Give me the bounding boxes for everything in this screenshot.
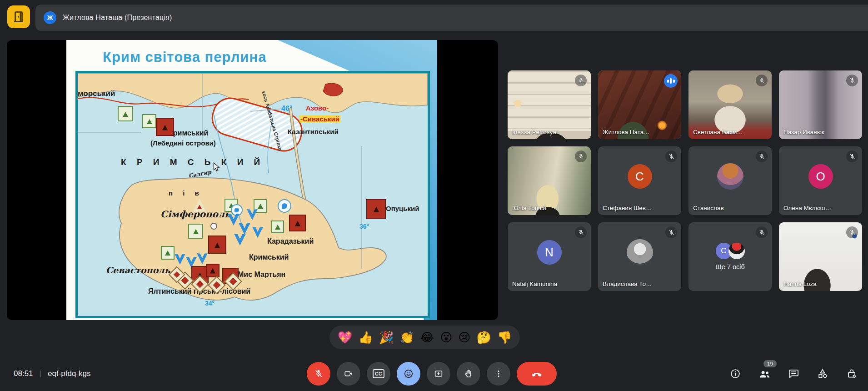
- meta-divider: |: [40, 369, 41, 378]
- call-controls: CC: [307, 362, 557, 386]
- participant-name: Назар Иванюк: [783, 129, 824, 135]
- participant-name: Олена Мєлєхо…: [783, 205, 831, 211]
- mic-off-icon: [849, 77, 856, 84]
- map-label: Карадазький: [267, 238, 314, 245]
- end-call-button[interactable]: [517, 362, 557, 386]
- participant-tile[interactable]: Владислава То…: [598, 222, 681, 291]
- map-symbol-green: [142, 114, 156, 128]
- participant-tile[interactable]: Светлана Бахм…: [688, 70, 772, 139]
- slide: Крим світова перлина: [66, 40, 437, 320]
- participant-tile[interactable]: NNatalj Kamunina: [508, 222, 591, 291]
- participants-grid: Inessa PetrosyanЖитлова Ната…Светлана Ба…: [508, 70, 862, 360]
- map-symbol-red: [206, 264, 219, 277]
- meeting-code: eqf-pfdq-kgs: [48, 369, 91, 378]
- mic-off-indicator: [665, 226, 677, 238]
- map-symbol-marker: [210, 223, 217, 230]
- people-button[interactable]: 19: [758, 367, 771, 380]
- call-end-icon: [531, 368, 543, 380]
- map-symbol-red: [366, 199, 386, 219]
- map-label: Севастополь: [106, 266, 170, 275]
- videocam-icon: [344, 369, 354, 379]
- reaction-emoji[interactable]: 👎: [497, 331, 512, 343]
- map-symbol-green: [161, 246, 175, 260]
- participant-name: Светлана Бахм…: [693, 129, 743, 135]
- crimea-map: морськийКримський(Лебедині острови)К Р И…: [75, 71, 430, 318]
- participant-tile[interactable]: Inessa Petrosyan: [508, 70, 591, 139]
- participant-tile[interactable]: Назар Иванюк: [779, 70, 862, 139]
- info-icon: [729, 368, 741, 380]
- meeting-meta: 08:51 | eqf-pfdq-kgs: [14, 369, 90, 378]
- reaction-emoji[interactable]: 👏: [399, 331, 414, 343]
- map-label: -Сиваський: [299, 115, 340, 122]
- participant-tile[interactable]: CСтефания Шев…: [598, 146, 681, 215]
- info-button[interactable]: [729, 367, 742, 380]
- participant-tile[interactable]: Станислав: [688, 146, 772, 215]
- mic-button[interactable]: [307, 362, 330, 386]
- map-label: 46°: [281, 105, 292, 112]
- avatar-cluster: C: [716, 243, 745, 259]
- raise-hand-button[interactable]: [457, 362, 480, 386]
- reaction-emoji[interactable]: 😂: [420, 331, 434, 343]
- mic-off-indicator: [756, 75, 768, 86]
- avatar-image: [728, 243, 745, 259]
- letter-avatar: C: [628, 164, 652, 189]
- app-logo[interactable]: [7, 5, 30, 28]
- mic-off-icon: [578, 229, 584, 236]
- reaction-emoji[interactable]: 🤔: [476, 331, 491, 343]
- mic-off-indicator: [575, 150, 587, 162]
- mic-off-icon: [578, 77, 584, 84]
- map-label: Азово-: [306, 105, 329, 111]
- reaction-emoji[interactable]: 👍: [358, 331, 373, 343]
- chat-button[interactable]: [787, 367, 800, 380]
- clock: 08:51: [14, 369, 33, 378]
- map-label: п і в: [169, 190, 203, 196]
- participant-tile[interactable]: Юлія Топчій: [508, 146, 591, 215]
- map-label: Кримський: [169, 130, 208, 137]
- reaction-emoji[interactable]: 💖: [338, 331, 352, 343]
- participant-tile[interactable]: Житлова Ната…: [598, 70, 681, 139]
- letter-avatar: O: [808, 164, 833, 189]
- present-button[interactable]: [427, 362, 450, 386]
- activities-button[interactable]: [816, 367, 829, 380]
- presenter-tab[interactable]: Ж Житлова Наташа (Презентація): [35, 5, 868, 31]
- map-symbol-green: [188, 224, 203, 239]
- presentation-stage[interactable]: Крим світова перлина: [7, 40, 498, 320]
- mic-off-icon: [668, 153, 675, 160]
- mic-off-icon: [849, 229, 856, 236]
- map-symbol-red: [208, 236, 226, 254]
- mic-off-icon: [578, 153, 584, 160]
- map-symbol-red: [156, 118, 174, 136]
- map-label: 36°: [359, 223, 369, 230]
- host-controls-button[interactable]: [845, 367, 858, 380]
- present-icon: [434, 369, 444, 379]
- participant-tile[interactable]: CЩе 7 осіб: [688, 222, 772, 291]
- reaction-emoji[interactable]: 😮: [440, 331, 452, 343]
- overflow-count-label: Ще 7 осіб: [715, 263, 745, 271]
- lock-icon: [846, 368, 858, 380]
- map-symbol-bcir: [278, 199, 291, 213]
- mic-off-icon: [314, 369, 324, 379]
- reactions-bar: 💖👍🎉👏😂😮😢🤔👎: [329, 326, 520, 349]
- side-panel-buttons: 19: [729, 367, 858, 380]
- participant-tile[interactable]: Hanna Loza: [779, 222, 862, 291]
- map-label: морський: [78, 90, 115, 97]
- participant-name: Владислава То…: [603, 281, 652, 287]
- captions-button[interactable]: CC: [367, 362, 390, 386]
- mic-off-indicator: [756, 150, 768, 162]
- participant-tile[interactable]: OОлена Мєлєхо…: [779, 146, 862, 215]
- map-label: Мис Мартьян: [238, 271, 285, 278]
- camera-button[interactable]: [337, 362, 360, 386]
- reaction-emoji[interactable]: 😢: [458, 331, 470, 343]
- more-options-button[interactable]: [487, 362, 510, 386]
- reactions-button[interactable]: [397, 362, 420, 386]
- captions-icon: CC: [373, 369, 384, 378]
- smiley-icon: [403, 368, 414, 379]
- map-label: К Р И М С Ь К И Й: [121, 158, 264, 166]
- participants-count-badge: 19: [763, 360, 777, 367]
- mic-off-indicator: [665, 150, 677, 162]
- reaction-emoji[interactable]: 🎉: [379, 331, 394, 343]
- mic-off-icon: [849, 153, 856, 160]
- letter-avatar: N: [537, 240, 562, 265]
- map-symbol-green: [271, 221, 284, 233]
- avatar-image: [627, 239, 653, 266]
